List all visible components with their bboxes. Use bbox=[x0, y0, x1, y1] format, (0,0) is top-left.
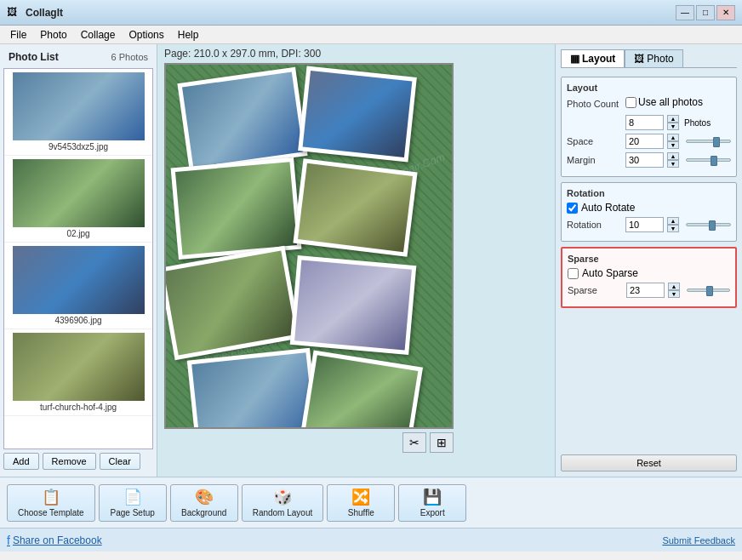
titlebar: 🖼 CollagIt — □ ✕ bbox=[0, 0, 742, 26]
right-panel: ▦ Layout 🖼 Photo Layout Photo Count Use … bbox=[555, 44, 742, 477]
clear-button[interactable]: Clear bbox=[100, 453, 140, 470]
space-label: Space bbox=[567, 136, 622, 146]
app-icon: 🖼 bbox=[7, 6, 20, 20]
menu-help[interactable]: Help bbox=[171, 27, 206, 43]
random-layout-icon: 🎲 bbox=[273, 488, 292, 506]
space-down[interactable]: ▼ bbox=[667, 141, 679, 149]
sparse-slider-thumb[interactable] bbox=[706, 286, 713, 296]
tab-layout[interactable]: ▦ Layout bbox=[561, 49, 625, 67]
submit-feedback-link[interactable]: Submit Feedback bbox=[662, 535, 735, 546]
rotation-slider-thumb[interactable] bbox=[709, 220, 716, 231]
page-setup-label: Page Setup bbox=[111, 508, 155, 517]
photo-count-up[interactable]: ▲ bbox=[667, 115, 679, 123]
sparse-down[interactable]: ▼ bbox=[668, 290, 680, 298]
space-row: Space ▲ ▼ bbox=[567, 134, 731, 149]
photo-count-down[interactable]: ▼ bbox=[667, 123, 679, 130]
export-label: Export bbox=[420, 508, 445, 517]
share-facebook-link[interactable]: f Share on Facebook bbox=[7, 534, 102, 547]
remove-button[interactable]: Remove bbox=[43, 453, 96, 470]
sparse-slider-track[interactable] bbox=[687, 289, 730, 292]
use-all-checkbox-row: Use all photos bbox=[625, 96, 703, 108]
photo-name: 4396906.jpg bbox=[54, 316, 101, 325]
reset-button[interactable]: Reset bbox=[561, 454, 737, 471]
background-label: Background bbox=[181, 508, 226, 517]
choose-template-button[interactable]: 📋 Choose Template bbox=[7, 484, 95, 522]
grid-tool-button[interactable]: ⊞ bbox=[430, 432, 454, 453]
photo-count-input[interactable] bbox=[625, 115, 664, 130]
photo-tab-icon: 🖼 bbox=[634, 53, 644, 65]
rotation-up[interactable]: ▲ bbox=[667, 217, 679, 225]
page-setup-icon: 📄 bbox=[123, 488, 142, 506]
photo-name: 9v5453dxz5.jpg bbox=[49, 142, 108, 151]
margin-slider-track[interactable] bbox=[686, 158, 731, 162]
maximize-button[interactable]: □ bbox=[696, 5, 715, 20]
photo-card[interactable] bbox=[298, 66, 417, 162]
choose-template-label: Choose Template bbox=[18, 508, 84, 517]
photo-name: turf-church-hof-4.jpg bbox=[40, 403, 117, 412]
space-slider-thumb[interactable] bbox=[713, 137, 720, 147]
list-item[interactable]: 9v5453dxz5.jpg bbox=[4, 69, 152, 156]
auto-sparse-checkbox[interactable] bbox=[568, 268, 579, 279]
menu-file[interactable]: File bbox=[3, 27, 33, 43]
photo-card[interactable] bbox=[177, 67, 307, 172]
auto-rotate-row: Auto Rotate bbox=[567, 202, 731, 214]
margin-up[interactable]: ▲ bbox=[667, 152, 679, 160]
shuffle-label: Shuffle bbox=[348, 508, 374, 517]
shuffle-button[interactable]: 🔀 Shuffle bbox=[327, 484, 395, 522]
auto-rotate-checkbox[interactable] bbox=[567, 203, 578, 214]
background-button[interactable]: 🎨 Background bbox=[170, 484, 238, 522]
sparse-up[interactable]: ▲ bbox=[668, 283, 680, 290]
sparse-row: Sparse ▲ ▼ bbox=[568, 283, 730, 298]
page-setup-button[interactable]: 📄 Page Setup bbox=[99, 484, 167, 522]
margin-slider-thumb[interactable] bbox=[711, 156, 717, 166]
export-icon: 💾 bbox=[423, 488, 442, 506]
auto-sparse-row: Auto Sparse bbox=[568, 267, 730, 279]
photo-thumb bbox=[13, 159, 145, 227]
minimize-button[interactable]: — bbox=[676, 5, 694, 20]
photo-thumb bbox=[13, 333, 145, 401]
menu-options[interactable]: Options bbox=[122, 27, 170, 43]
photo-card[interactable] bbox=[293, 158, 417, 257]
tab-photo[interactable]: 🖼 Photo bbox=[625, 49, 682, 67]
photo-list-scroll[interactable]: 9v5453dxz5.jpg 02.jpg 4396906.jpg turf-c… bbox=[3, 68, 153, 449]
rotation-down[interactable]: ▼ bbox=[667, 225, 679, 232]
photo-count: 6 Photos bbox=[108, 50, 151, 64]
margin-down[interactable]: ▼ bbox=[667, 160, 679, 168]
close-button[interactable]: ✕ bbox=[716, 5, 735, 20]
choose-template-icon: 📋 bbox=[42, 488, 60, 506]
canvas-frame[interactable]: Sortbyperepair.Com Sortbyperepair.Com So… bbox=[164, 63, 454, 429]
list-item[interactable]: 02.jpg bbox=[4, 156, 152, 243]
use-all-checkbox[interactable] bbox=[625, 97, 636, 108]
rotation-input[interactable] bbox=[625, 217, 664, 232]
space-input[interactable] bbox=[625, 134, 664, 149]
space-spinner: ▲ ▼ bbox=[667, 134, 679, 149]
add-button[interactable]: Add bbox=[3, 453, 39, 470]
sparse-section: Sparse Auto Sparse Sparse ▲ ▼ bbox=[561, 247, 737, 308]
photo-name: 02.jpg bbox=[66, 229, 89, 238]
margin-row: Margin ▲ ▼ bbox=[567, 152, 731, 168]
canvas-wrapper: Page: 210.0 x 297.0 mm, DPI: 300 Sortbyp… bbox=[157, 44, 555, 477]
export-button[interactable]: 💾 Export bbox=[398, 484, 466, 522]
rotation-slider-track[interactable] bbox=[686, 223, 731, 226]
random-layout-button[interactable]: 🎲 Random Layout bbox=[242, 484, 324, 522]
photo-card[interactable] bbox=[290, 255, 417, 355]
menu-photo[interactable]: Photo bbox=[33, 27, 73, 43]
list-item[interactable]: 4396906.jpg bbox=[4, 243, 152, 329]
photo-count-row: Photo Count Use all photos bbox=[567, 96, 731, 111]
list-item[interactable]: turf-church-hof-4.jpg bbox=[4, 329, 152, 416]
photo-card[interactable] bbox=[187, 348, 319, 429]
menu-collage[interactable]: Collage bbox=[74, 27, 123, 43]
photo-count-label: Photo Count bbox=[567, 99, 622, 109]
crop-tool-button[interactable]: ✂ bbox=[402, 432, 426, 453]
rotation-section-title: Rotation bbox=[567, 188, 731, 198]
space-up[interactable]: ▲ bbox=[667, 134, 679, 141]
margin-input[interactable] bbox=[625, 152, 664, 168]
facebook-icon: f bbox=[7, 534, 10, 547]
photo-thumb bbox=[13, 72, 145, 140]
space-slider-track[interactable] bbox=[686, 140, 731, 143]
photo-card[interactable] bbox=[171, 157, 302, 260]
sparse-input[interactable] bbox=[626, 283, 665, 298]
photos-label: Photos bbox=[684, 118, 711, 128]
menubar: File Photo Collage Options Help bbox=[0, 26, 742, 44]
rotation-label: Rotation bbox=[567, 220, 622, 230]
